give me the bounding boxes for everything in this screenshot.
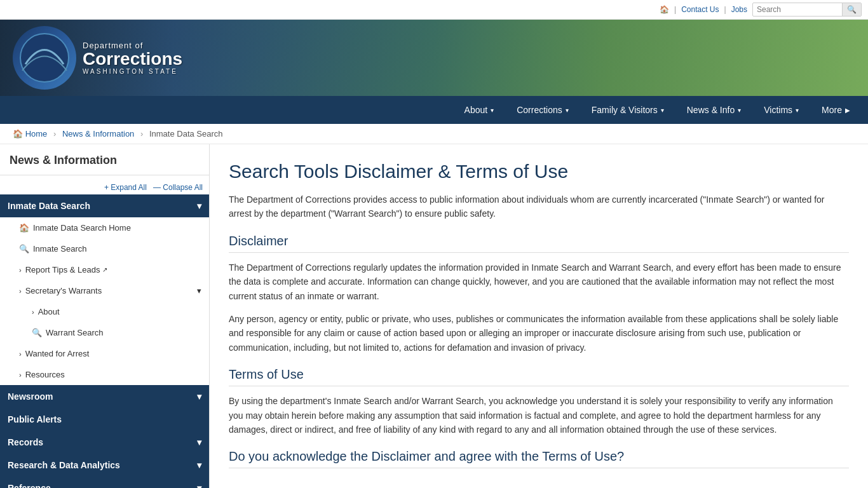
nav-more-label: More [822,105,842,115]
reference-label: Reference [8,483,51,488]
sidebar-wanted-for-arrest[interactable]: › Wanted for Arrest [0,343,209,364]
chevron-right-icon4: › [19,350,22,358]
breadcrumb-home[interactable]: Home [25,129,48,139]
public-alerts-label: Public Alerts [8,414,62,424]
nav-victims-arrow: ▾ [796,107,799,114]
newsroom-chevron: ▾ [197,391,201,402]
records-chevron: ▾ [197,437,201,447]
sidebar-reference[interactable]: Reference ▾ [0,477,209,488]
site-header: Department of Corrections WASHINGTON STA… [0,20,868,96]
separator: | [674,5,676,14]
chevron-right-icon: › [19,266,22,274]
breadcrumb-news[interactable]: News & Information [62,129,134,139]
breadcrumb-sep1: › [53,129,56,139]
breadcrumb-home-icon: 🏠 [13,129,23,139]
nav-news-label: News & Info [687,105,735,115]
disclaimer-p2: Any person, agency or entity, public or … [229,312,849,355]
main-nav: About ▾ Corrections ▾ Family & Visitors … [0,96,868,124]
contact-us-link[interactable]: Contact Us [681,5,719,14]
secretarys-warrants-arrow: ▾ [197,286,201,295]
ack-heading: Do you acknowledge the Disclaimer and ag… [229,449,849,468]
nav-corrections-label: Corrections [517,105,562,115]
report-tips-label: Report Tips & Leads [25,265,100,274]
nav-about[interactable]: About ▾ [453,96,506,124]
sidebar-secretarys-warrants[interactable]: › Secretary's Warrants ▾ [0,280,209,301]
nav-corrections-arrow: ▾ [566,107,569,114]
breadcrumb-current: Inmate Data Search [149,129,223,139]
inmate-search-label: Inmate Data Search [8,201,90,211]
research-chevron: ▾ [197,460,201,470]
nav-victims[interactable]: Victims ▾ [752,96,810,124]
sidebar-newsroom[interactable]: Newsroom ▾ [0,385,209,408]
separator2: | [724,5,726,14]
tou-p1: By using the department's Inmate Search … [229,394,849,437]
sidebar-inmate-search[interactable]: 🔍 Inmate Search [0,238,209,259]
nav-news-arrow: ▾ [738,107,741,114]
nav-family[interactable]: Family & Visitors ▾ [580,96,675,124]
nav-about-arrow: ▾ [491,107,494,114]
search-button[interactable]: 🔍 [842,3,861,16]
nav-about-label: About [465,105,488,115]
wanted-for-arrest-label: Wanted for Arrest [25,349,90,358]
research-label: Research & Data Analytics [8,460,120,470]
sidebar-controls: + Expand All — Collapse All [0,180,209,194]
disclaimer-heading: Disclaimer [229,234,849,253]
nav-corrections[interactable]: Corrections ▾ [505,96,580,124]
logo-text: Department of Corrections WASHINGTON STA… [83,41,182,75]
sidebar-about[interactable]: › About [0,301,209,322]
chevron-right-icon3: › [32,308,34,316]
sidebar-warrant-search[interactable]: 🔍 Warrant Search [0,322,209,343]
sidebar-title: News & Information [0,154,209,175]
warrant-search-label: Warrant Search [46,328,104,337]
breadcrumb: 🏠 Home › News & Information › Inmate Dat… [0,124,868,144]
collapse-all-button[interactable]: — Collapse All [153,183,203,192]
about-label: About [38,307,60,316]
search-box[interactable]: 🔍 [752,3,862,17]
inmate-search-chevron: ▾ [197,201,201,211]
disclaimer-p1: The Department of Corrections regularly … [229,261,849,303]
inmate-data-search-home-label: Inmate Data Search Home [33,223,131,233]
search-input[interactable] [753,4,842,15]
records-label: Records [8,437,43,447]
home-icon: 🏠 [19,223,29,233]
nav-news[interactable]: News & Info ▾ [675,96,752,124]
header-logo: Department of Corrections WASHINGTON STA… [13,26,182,90]
sidebar-report-tips[interactable]: › Report Tips & Leads ↗ [0,259,209,280]
reference-chevron: ▾ [197,483,201,488]
nav-more-arrow: ▶ [845,107,850,114]
sidebar-inmate-data-search-home[interactable]: 🏠 Inmate Data Search Home [0,217,209,238]
sidebar-public-alerts[interactable]: Public Alerts [0,408,209,431]
inmate-search-link-label: Inmate Search [33,244,87,254]
page-title: Search Tools Disclaimer & Terms of Use [229,160,849,183]
sidebar-research[interactable]: Research & Data Analytics ▾ [0,454,209,477]
tou-heading: Terms of Use [229,367,849,386]
main-content: Search Tools Disclaimer & Terms of Use T… [210,144,868,488]
chevron-right-icon5: › [19,371,22,379]
sidebar-records[interactable]: Records ▾ [0,431,209,454]
page-container: News & Information + Expand All — Collap… [0,144,868,488]
intro-paragraph: The Department of Corrections provides a… [229,193,849,221]
secretarys-warrants-label: Secretary's Warrants [25,286,102,295]
logo-svg [19,32,70,83]
sidebar-inmate-data-search[interactable]: Inmate Data Search ▾ [0,194,209,217]
sidebar-resources[interactable]: › Resources [0,364,209,385]
state-label: WASHINGTON STATE [83,68,182,75]
sidebar: News & Information + Expand All — Collap… [0,144,210,488]
breadcrumb-sep2: › [140,129,143,139]
chevron-right-icon2: › [19,287,22,295]
nav-family-label: Family & Visitors [592,105,658,115]
external-link-icon: ↗ [102,266,107,273]
nav-family-arrow: ▾ [661,107,664,114]
resources-label: Resources [25,370,65,379]
search-icon2: 🔍 [32,328,42,337]
search-icon: 🔍 [19,244,29,254]
svg-point-0 [20,34,69,82]
home-icon[interactable]: 🏠 [660,5,669,14]
jobs-link[interactable]: Jobs [731,5,747,14]
logo-circle [13,26,76,90]
corrections-label: Corrections [83,50,182,68]
newsroom-label: Newsroom [8,391,53,402]
nav-more[interactable]: More ▶ [810,96,862,124]
utility-bar: 🏠 | Contact Us | Jobs 🔍 [0,0,868,20]
expand-all-button[interactable]: + Expand All [104,183,147,192]
